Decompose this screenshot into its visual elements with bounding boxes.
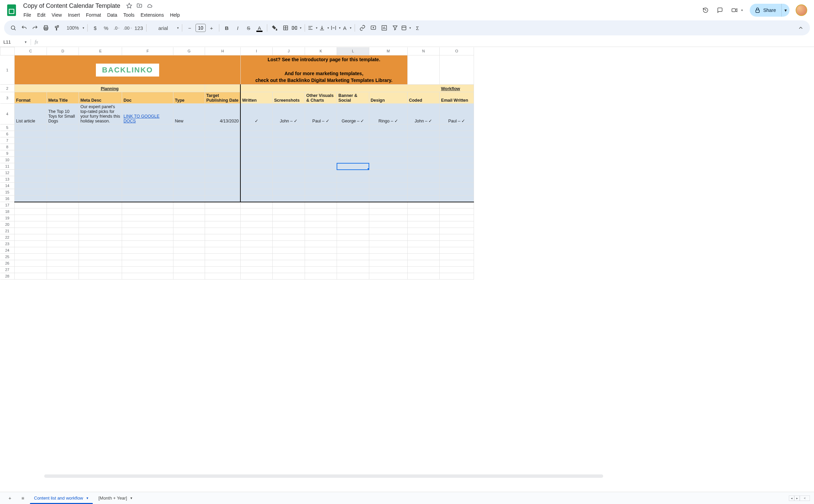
cell[interactable] <box>79 163 122 170</box>
vertical-align-icon[interactable] <box>319 23 330 33</box>
header-cell[interactable]: Doc <box>122 92 173 104</box>
cell[interactable] <box>122 124 173 131</box>
cell[interactable] <box>273 260 305 267</box>
cell[interactable] <box>337 196 369 202</box>
header-cell[interactable]: Meta Title <box>47 92 79 104</box>
cell[interactable] <box>273 144 305 150</box>
explore-icon[interactable]: < <box>800 495 810 501</box>
row-header[interactable]: 28 <box>0 273 15 280</box>
meet-icon[interactable] <box>730 6 744 14</box>
table-view-icon[interactable] <box>401 23 412 33</box>
cell[interactable] <box>369 157 407 163</box>
cell[interactable] <box>79 144 122 150</box>
menu-format[interactable]: Format <box>84 11 103 19</box>
row-header[interactable]: 5 <box>0 124 15 131</box>
spreadsheet-grid[interactable]: C D E F G H I J K L M N O 1 BACKLINKO <box>0 47 814 492</box>
cell[interactable] <box>47 189 79 196</box>
cell[interactable] <box>173 267 205 273</box>
cell[interactable] <box>15 260 47 267</box>
cell[interactable] <box>440 267 474 273</box>
cell[interactable] <box>407 124 440 131</box>
strikethrough-icon[interactable]: S <box>243 23 254 33</box>
cell[interactable] <box>15 241 47 247</box>
cell[interactable] <box>79 189 122 196</box>
cell[interactable] <box>205 254 240 260</box>
col-header[interactable]: I <box>240 47 273 55</box>
cell[interactable] <box>273 131 305 137</box>
cell[interactable] <box>122 241 173 247</box>
cell[interactable]: Our expert panel's top-rated picks for y… <box>79 104 122 124</box>
search-menu-icon[interactable] <box>8 23 18 33</box>
cell[interactable] <box>273 247 305 254</box>
cell[interactable] <box>240 234 273 241</box>
header-cell[interactable]: Format <box>15 92 47 104</box>
cell[interactable] <box>305 196 337 202</box>
menu-view[interactable]: View <box>49 11 64 19</box>
cell[interactable] <box>240 163 273 170</box>
cell[interactable] <box>369 234 407 241</box>
decrease-decimal-icon[interactable]: .0← <box>112 23 122 33</box>
cell[interactable] <box>122 170 173 176</box>
cell[interactable] <box>47 260 79 267</box>
row-header[interactable]: 14 <box>0 183 15 189</box>
doc-link[interactable]: LINK TO GOOGLE DOCS <box>123 114 159 123</box>
cell[interactable] <box>305 247 337 254</box>
cell[interactable] <box>15 196 47 202</box>
cell[interactable] <box>337 189 369 196</box>
row-header[interactable]: 16 <box>0 196 15 202</box>
cell[interactable] <box>407 267 440 273</box>
row-header[interactable]: 25 <box>0 254 15 260</box>
cell[interactable] <box>369 150 407 157</box>
cell[interactable] <box>47 157 79 163</box>
cell[interactable] <box>369 221 407 228</box>
text-wrap-icon[interactable] <box>330 23 341 33</box>
cell[interactable] <box>440 221 474 228</box>
row-header[interactable]: 21 <box>0 228 15 234</box>
cell[interactable] <box>240 157 273 163</box>
cell[interactable] <box>15 150 47 157</box>
row-header[interactable]: 19 <box>0 215 15 221</box>
zoom-dropdown[interactable]: 100% <box>63 23 85 33</box>
cell[interactable] <box>47 228 79 234</box>
cell[interactable] <box>205 144 240 150</box>
cell[interactable] <box>122 176 173 183</box>
row-header[interactable]: 13 <box>0 176 15 183</box>
cell[interactable] <box>305 208 337 215</box>
cell[interactable] <box>15 234 47 241</box>
cell[interactable] <box>47 163 79 170</box>
cell[interactable] <box>173 131 205 137</box>
cell[interactable] <box>240 170 273 176</box>
cell[interactable] <box>122 234 173 241</box>
cell[interactable] <box>79 208 122 215</box>
header-cell[interactable]: Written <box>240 92 273 104</box>
bold-icon[interactable]: B <box>222 23 232 33</box>
col-header[interactable]: O <box>440 47 474 55</box>
cell[interactable] <box>240 267 273 273</box>
cell[interactable] <box>305 163 337 170</box>
cell[interactable] <box>305 189 337 196</box>
cell[interactable] <box>337 170 369 176</box>
cell[interactable] <box>79 267 122 273</box>
cell[interactable] <box>440 137 474 144</box>
cell[interactable] <box>79 254 122 260</box>
cell[interactable] <box>47 247 79 254</box>
cell[interactable] <box>173 234 205 241</box>
cell[interactable] <box>79 157 122 163</box>
cell[interactable] <box>407 228 440 234</box>
cell[interactable] <box>173 183 205 189</box>
cell[interactable]: Ringo – ✓ <box>369 104 407 124</box>
cell[interactable] <box>337 157 369 163</box>
cell[interactable] <box>173 196 205 202</box>
cell[interactable] <box>47 176 79 183</box>
increase-font-size[interactable]: + <box>206 23 217 33</box>
cell[interactable] <box>369 254 407 260</box>
row-header[interactable]: 9 <box>0 150 15 157</box>
cell[interactable] <box>440 163 474 170</box>
col-header[interactable]: N <box>407 47 440 55</box>
cell[interactable] <box>407 247 440 254</box>
cell[interactable] <box>407 260 440 267</box>
cell[interactable] <box>15 189 47 196</box>
cell[interactable]: New <box>173 104 205 124</box>
cell[interactable] <box>79 196 122 202</box>
header-cell[interactable]: Email Written <box>440 92 474 104</box>
